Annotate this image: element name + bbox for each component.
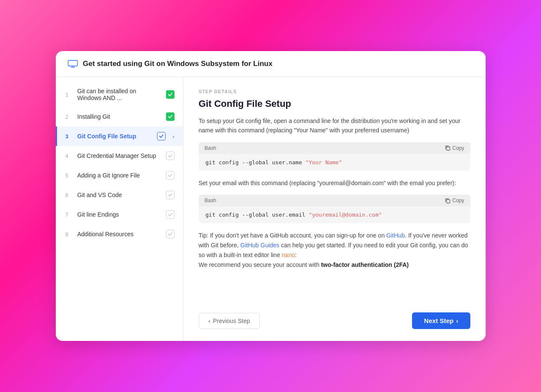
check-icon-7	[166, 210, 175, 219]
svg-rect-3	[447, 147, 450, 150]
sidebar-item-4[interactable]: 4 Git Credential Manager Setup	[56, 146, 183, 166]
prev-chevron-icon: ‹	[209, 318, 211, 324]
github-link[interactable]: GitHub	[386, 232, 405, 239]
check-icon-3	[157, 132, 166, 140]
check-icon-5	[166, 171, 175, 180]
code-line-1: git config --global user.name	[206, 159, 306, 166]
step-desc-1: To setup your Git config file, open a co…	[199, 116, 470, 135]
tip-section: Tip: If you don't yet have a GitHub acco…	[199, 231, 470, 270]
code-line-2: git config --global user.email	[206, 212, 309, 218]
step-num-5: 5	[66, 172, 72, 179]
code-body-2: git config --global user.email "youremai…	[199, 206, 470, 223]
step-num-4: 4	[66, 153, 72, 159]
sidebar-item-5[interactable]: 5 Adding a Git Ignore File	[56, 166, 183, 185]
step-num-7: 7	[66, 212, 72, 218]
check-icon-4	[166, 152, 175, 160]
code-block-1: Bash Copy git config --global user.name …	[199, 142, 470, 171]
check-icon-6	[166, 191, 175, 199]
prev-step-button[interactable]: ‹ Previous Step	[199, 313, 260, 329]
next-chevron-icon: ›	[456, 317, 458, 324]
code-lang-1: Bash	[205, 145, 216, 151]
svg-rect-4	[447, 200, 450, 203]
sidebar-item-7[interactable]: 7 Git line Endings	[56, 205, 183, 224]
sidebar-label-8: Additional Resources	[77, 231, 161, 237]
code-block-2: Bash Copy git config --global user.email…	[199, 195, 470, 223]
sidebar: 1 Git can be installed on Windows AND ..…	[56, 77, 183, 341]
sidebar-label-3: Git Config File Setup	[77, 133, 152, 140]
step-num-2: 2	[66, 114, 72, 120]
sidebar-item-8[interactable]: 8 Additional Resources	[56, 224, 183, 244]
step-desc-2: Set your email with this command (replac…	[199, 178, 470, 188]
chevron-right-icon: ›	[172, 133, 174, 140]
step-title: Git Config File Setup	[199, 98, 470, 109]
copy-button-2[interactable]: Copy	[445, 197, 464, 203]
sidebar-item-2[interactable]: 2 Installing Git	[56, 107, 183, 126]
code-header-1: Bash Copy	[199, 142, 470, 154]
footer-nav: ‹ Previous Step Next Step ›	[199, 302, 470, 329]
sidebar-item-6[interactable]: 6 Git and VS Code	[56, 185, 183, 205]
card-body: 1 Git can be installed on Windows AND ..…	[56, 77, 486, 341]
2fa-text: two-factor authentication (2FA)	[321, 261, 409, 268]
sidebar-label-6: Git and VS Code	[77, 192, 161, 198]
code-string-1: "Your Name"	[305, 159, 342, 166]
sidebar-label-4: Git Credential Manager Setup	[77, 152, 161, 159]
code-header-2: Bash Copy	[199, 195, 470, 206]
sidebar-label-2: Installing Git	[77, 113, 161, 120]
step-num-3: 3	[66, 133, 72, 140]
sidebar-label-5: Adding a Git Ignore File	[77, 172, 161, 179]
nano-link[interactable]: nano	[282, 252, 295, 258]
copy-button-1[interactable]: Copy	[445, 145, 464, 151]
check-icon-1	[166, 90, 175, 99]
check-icon-2	[166, 112, 175, 121]
tip-suffix2: We recommend you secure your account wit…	[199, 261, 321, 268]
github-guides-link[interactable]: GitHub Guides	[240, 242, 280, 249]
sidebar-label-7: Git line Endings	[77, 211, 161, 218]
step-num-1: 1	[66, 92, 72, 98]
next-step-button[interactable]: Next Step ›	[412, 312, 470, 329]
sidebar-item-3[interactable]: 3 Git Config File Setup ›	[56, 126, 183, 146]
page-title: Get started using Git on Windows Subsyst…	[83, 60, 273, 68]
sidebar-label-1: Git can be installed on Windows AND ...	[77, 88, 161, 101]
step-num-8: 8	[66, 231, 72, 237]
step-details-label: STEP DETAILS	[199, 89, 470, 94]
sidebar-item-1[interactable]: 1 Git can be installed on Windows AND ..…	[56, 82, 183, 107]
check-icon-8	[166, 230, 175, 238]
tip-prefix: Tip: If you don't yet have a GitHub acco…	[199, 232, 386, 239]
code-string-2: "youremail@domain.com"	[309, 212, 382, 218]
svg-rect-0	[68, 60, 77, 66]
card-header: Get started using Git on Windows Subsyst…	[56, 51, 486, 77]
main-card: Get started using Git on Windows Subsyst…	[56, 51, 486, 341]
monitor-icon	[68, 60, 78, 68]
step-num-6: 6	[66, 192, 72, 198]
code-body-1: git config --global user.name "Your Name…	[199, 154, 470, 171]
code-lang-2: Bash	[205, 197, 216, 203]
tip-suffix1: :	[295, 252, 297, 258]
step-content: STEP DETAILS Git Config File Setup To se…	[183, 77, 486, 341]
